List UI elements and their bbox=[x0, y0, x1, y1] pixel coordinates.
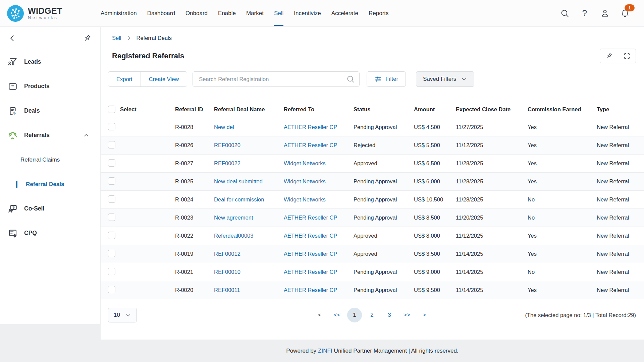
footer-rights: Unified Partner Management | All rights … bbox=[334, 348, 459, 354]
cell-type: New Referral bbox=[597, 124, 644, 130]
cell-deal-name-link[interactable]: REF00012 bbox=[214, 251, 284, 257]
cell-deal-name-link[interactable]: Referdeal00003 bbox=[214, 233, 284, 239]
cell-deal-name-link[interactable]: REF00010 bbox=[214, 269, 284, 275]
row-checkbox[interactable] bbox=[108, 141, 115, 148]
page-2-button[interactable]: 2 bbox=[365, 308, 379, 322]
row-checkbox[interactable] bbox=[108, 286, 115, 293]
row-checkbox[interactable] bbox=[108, 214, 115, 221]
fullscreen-button[interactable] bbox=[618, 49, 636, 63]
sidebar-item-deals[interactable]: $ Deals bbox=[0, 99, 100, 123]
row-checkbox[interactable] bbox=[108, 232, 115, 239]
row-checkbox[interactable] bbox=[108, 177, 115, 185]
cell-close-date: 11/14/2025 bbox=[456, 251, 528, 257]
cell-referred-to-link[interactable]: Widget Networks bbox=[284, 178, 354, 185]
cell-referred-to-link[interactable]: AETHER Reseller CP bbox=[284, 269, 354, 275]
bell-icon[interactable]: 1 bbox=[620, 8, 630, 18]
sidebar-item-referrals[interactable]: Referrals bbox=[0, 123, 100, 147]
cell-referred-to-link[interactable]: Widget Networks bbox=[284, 196, 354, 203]
row-checkbox[interactable] bbox=[108, 268, 115, 275]
pin-icon bbox=[605, 52, 613, 60]
row-checkbox[interactable] bbox=[108, 123, 115, 130]
cell-close-date: 11/12/2025 bbox=[456, 142, 528, 148]
page-3-button[interactable]: 3 bbox=[382, 308, 397, 322]
cell-referred-to-link[interactable]: AETHER Reseller CP bbox=[284, 251, 354, 257]
column-referral-deal-name: Referral Deal Name bbox=[214, 106, 284, 113]
sidebar-item-cpq[interactable]: CPQ bbox=[0, 221, 100, 245]
logo-icon bbox=[7, 5, 24, 22]
page-size-value: 10 bbox=[114, 312, 120, 318]
table-row: R-0026 REF00020 AETHER Reseller CP Rejec… bbox=[101, 136, 644, 155]
cell-referred-to-link[interactable]: AETHER Reseller CP bbox=[284, 287, 354, 293]
nav-accelerate[interactable]: Accelerate bbox=[331, 1, 358, 26]
cell-commission: Yes bbox=[528, 124, 597, 130]
column-type: Type bbox=[597, 106, 644, 113]
cell-referred-to-link[interactable]: AETHER Reseller CP bbox=[284, 142, 354, 148]
notification-badge: 1 bbox=[625, 4, 635, 11]
nav-incentivize[interactable]: Incentivize bbox=[294, 1, 321, 26]
nav-market[interactable]: Market bbox=[246, 1, 264, 26]
collapse-back-icon[interactable] bbox=[8, 34, 17, 43]
pin-icon[interactable] bbox=[83, 34, 92, 43]
page-1-button[interactable]: 1 bbox=[347, 308, 362, 322]
page-size-select[interactable]: 10 bbox=[108, 308, 137, 322]
cell-amount: US$ 8,500 bbox=[414, 215, 456, 221]
search-icon[interactable] bbox=[346, 75, 355, 83]
next-page-button[interactable]: > bbox=[417, 308, 432, 322]
sidebar-item-label: CPQ bbox=[24, 230, 37, 237]
export-button[interactable]: Export bbox=[108, 72, 141, 86]
cell-deal-name-link[interactable]: New deal submitted bbox=[214, 178, 284, 185]
cell-referred-to-link[interactable]: AETHER Reseller CP bbox=[284, 124, 354, 130]
cell-referred-to-link[interactable]: Widget Networks bbox=[284, 160, 354, 167]
footer-zinfi-link[interactable]: ZINFI bbox=[318, 348, 332, 354]
cell-deal-name-link[interactable]: REF00020 bbox=[214, 142, 284, 148]
sidebar-item-referral-deals[interactable]: Referral Deals bbox=[0, 172, 100, 196]
first-page-button[interactable]: << bbox=[330, 308, 344, 322]
cell-referred-to-link[interactable]: AETHER Reseller CP bbox=[284, 215, 354, 221]
cell-deal-name-link[interactable]: Deal for commission bbox=[214, 196, 284, 203]
pin-view-button[interactable] bbox=[600, 49, 618, 63]
last-page-button[interactable]: >> bbox=[399, 308, 414, 322]
sidebar-item-leads[interactable]: Leads bbox=[0, 50, 100, 74]
cell-deal-name-link[interactable]: New del bbox=[214, 124, 284, 130]
select-all-checkbox[interactable] bbox=[108, 106, 115, 113]
cell-type: New Referral bbox=[597, 287, 644, 293]
cell-referral-id: R-0024 bbox=[175, 196, 214, 203]
nav-dashboard[interactable]: Dashboard bbox=[147, 1, 175, 26]
help-icon[interactable]: ? bbox=[580, 8, 590, 18]
nav-reports[interactable]: Reports bbox=[369, 1, 389, 26]
sidebar-item-co-sell[interactable]: $ Co-Sell bbox=[0, 196, 100, 221]
sidebar-item-label: Products bbox=[24, 83, 50, 90]
nav-enable[interactable]: Enable bbox=[218, 1, 236, 26]
create-view-button[interactable]: Create View bbox=[141, 72, 187, 86]
column-status: Status bbox=[354, 106, 414, 113]
cell-amount: US$ 6,500 bbox=[414, 160, 456, 167]
cell-referral-id: R-0019 bbox=[175, 251, 214, 257]
breadcrumb-sell[interactable]: Sell bbox=[112, 35, 121, 41]
cell-referred-to-link[interactable]: AETHER Reseller CP bbox=[284, 233, 354, 239]
sidebar-item-products[interactable]: Products bbox=[0, 74, 100, 99]
cell-deal-name-link[interactable]: REF00011 bbox=[214, 287, 284, 293]
user-icon[interactable] bbox=[600, 8, 610, 18]
nav-onboard[interactable]: Onboard bbox=[185, 1, 208, 26]
nav-sell[interactable]: Sell bbox=[274, 1, 283, 26]
row-checkbox[interactable] bbox=[108, 159, 115, 167]
cell-deal-name-link[interactable]: New agreement bbox=[214, 215, 284, 221]
search-input[interactable] bbox=[193, 71, 360, 87]
topbar: WIDGET Networks Administration Dashboard… bbox=[0, 0, 644, 27]
row-checkbox[interactable] bbox=[108, 195, 115, 203]
saved-filters-button[interactable]: Saved Filters bbox=[416, 71, 474, 87]
products-box-icon bbox=[7, 81, 18, 92]
search-icon[interactable] bbox=[559, 8, 570, 18]
sidebar-item-referral-claims[interactable]: Referral Claims bbox=[0, 147, 100, 172]
cell-deal-name-link[interactable]: REF00022 bbox=[214, 160, 284, 167]
cell-referral-id: R-0023 bbox=[175, 215, 214, 221]
filter-button[interactable]: Filter bbox=[367, 71, 406, 87]
nav-administration[interactable]: Administration bbox=[101, 1, 137, 26]
row-checkbox[interactable] bbox=[108, 250, 115, 257]
cell-amount: US$ 6,000 bbox=[414, 178, 456, 185]
cell-amount: US$ 9,500 bbox=[414, 287, 456, 293]
prev-page-button[interactable]: < bbox=[312, 308, 327, 322]
table-row: R-0019 REF00012 AETHER Reseller CP Appro… bbox=[101, 245, 644, 263]
breadcrumb: Sell Referral Deals bbox=[101, 27, 644, 41]
cell-status: Approved bbox=[354, 160, 414, 167]
